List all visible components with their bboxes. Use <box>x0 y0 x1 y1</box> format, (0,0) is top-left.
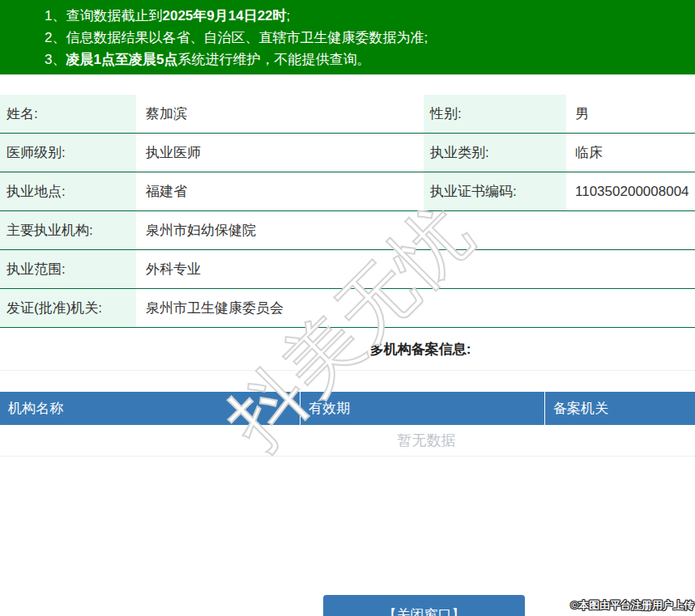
table-row: 发证(批准)机关: 泉州市卫生健康委员会 <box>0 289 695 328</box>
practice-location-value: 福建省 <box>136 172 424 210</box>
gender-label: 性别: <box>424 95 566 133</box>
col-institution-name: 机构名称 <box>0 392 301 425</box>
record-table-header: 机构名称 有效期 备案机关 <box>0 392 695 425</box>
doctor-level-label: 医师级别: <box>0 134 136 172</box>
notice-number: 2、 <box>45 30 66 45</box>
practice-category-label: 执业类别: <box>424 134 566 172</box>
notice-bold-text: 凌晨1点至凌晨5点 <box>66 52 177 67</box>
notice-number: 3、 <box>45 52 66 67</box>
multi-institution-section-title: 多机构备案信息: <box>0 328 695 371</box>
col-record-authority: 备案机关 <box>545 392 695 425</box>
empty-data-text: 暂无数据 <box>0 425 695 457</box>
primary-institution-label: 主要执业机构: <box>0 211 136 249</box>
practice-scope-label: 执业范围: <box>0 250 136 288</box>
notice-bold-text: 2025年9月14日22时 <box>162 8 286 23</box>
primary-institution-value: 泉州市妇幼保健院 <box>136 211 695 249</box>
certificate-number-value: 110350200008004 <box>566 172 695 210</box>
practice-scope-value: 外科专业 <box>136 250 695 288</box>
gender-value: 男 <box>566 95 695 133</box>
table-row: 执业地点: 福建省 执业证书编码: 110350200008004 <box>0 172 695 211</box>
table-row: 执业范围: 外科专业 <box>0 250 695 289</box>
notice-text: ; <box>287 8 291 23</box>
practice-location-label: 执业地点: <box>0 172 136 210</box>
notice-line-1: 1、查询数据截止到2025年9月14日22时; <box>45 5 687 27</box>
table-row: 姓名: 蔡加滨 性别: 男 <box>0 95 695 134</box>
table-row: 医师级别: 执业医师 执业类别: 临床 <box>0 134 695 172</box>
close-window-button[interactable]: 【关闭窗口】 <box>323 595 525 616</box>
notice-text: 查询数据截止到 <box>66 8 162 23</box>
issuing-authority-value: 泉州市卫生健康委员会 <box>136 289 695 327</box>
table-row: 主要执业机构: 泉州市妇幼保健院 <box>0 211 695 250</box>
certificate-number-label: 执业证书编码: <box>424 172 566 210</box>
name-label: 姓名: <box>0 95 136 133</box>
doctor-info-table: 姓名: 蔡加滨 性别: 男 医师级别: 执业医师 执业类别: 临床 执业地点: … <box>0 95 695 328</box>
notice-number: 1、 <box>45 8 66 23</box>
notice-banner: 1、查询数据截止到2025年9月14日22时; 2、信息数据结果以各省、自治区、… <box>0 0 695 74</box>
notice-line-2: 2、信息数据结果以各省、自治区、直辖市卫生健康委数据为准; <box>45 27 687 49</box>
issuing-authority-label: 发证(批准)机关: <box>0 289 136 327</box>
name-value: 蔡加滨 <box>136 95 424 133</box>
copyright-watermark: ©本图由平台注册用户上传 <box>570 598 694 613</box>
notice-text: 信息数据结果以各省、自治区、直辖市卫生健康委数据为准; <box>66 30 428 45</box>
doctor-level-value: 执业医师 <box>136 134 424 172</box>
col-validity-period: 有效期 <box>301 392 545 425</box>
notice-text: 系统进行维护，不能提供查询。 <box>177 52 370 67</box>
notice-line-3: 3、凌晨1点至凌晨5点系统进行维护，不能提供查询。 <box>45 49 687 70</box>
practice-category-value: 临床 <box>566 134 695 172</box>
